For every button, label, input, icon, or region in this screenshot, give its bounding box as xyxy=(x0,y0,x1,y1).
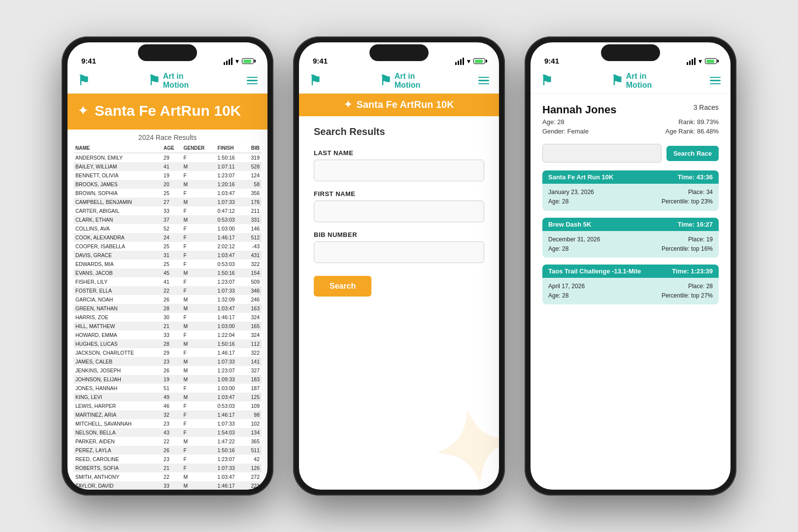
table-cell: F xyxy=(181,384,215,393)
ham-line-3 xyxy=(710,83,721,85)
table-cell: M xyxy=(181,162,215,171)
table-cell: 41 xyxy=(162,277,181,286)
table-cell: 1:47:22 xyxy=(216,437,245,446)
table-cell: 1:07:11 xyxy=(216,162,245,171)
table-cell: F xyxy=(181,242,215,251)
table-cell: 324 xyxy=(244,313,262,322)
search-race-button[interactable]: Search Race xyxy=(666,146,719,161)
phone-1: 9:41 ▾ ⚑ xyxy=(62,36,273,496)
table-cell: F xyxy=(181,401,215,410)
table-cell: 20 xyxy=(162,180,181,189)
hamburger-menu-2[interactable] xyxy=(478,77,489,85)
table-cell: 102 xyxy=(244,419,262,428)
status-time-2: 9:41 xyxy=(313,57,328,65)
table-cell: SMITH, ANTHONY xyxy=(73,472,162,481)
hamburger-menu-3[interactable] xyxy=(710,77,721,85)
table-cell: 1:03:47 xyxy=(216,304,245,313)
race-age: Age: 28 xyxy=(548,292,568,299)
hamburger-menu-1[interactable] xyxy=(247,77,258,85)
ham-line-2 xyxy=(478,80,489,81)
table-cell: HILL, MATTHEW xyxy=(73,322,162,331)
table-cell: M xyxy=(181,357,215,366)
ham-line-1 xyxy=(710,77,721,78)
phone-2: 9:41 ▾ ⚑ xyxy=(293,36,505,496)
table-cell: 509 xyxy=(244,277,262,286)
table-cell: F xyxy=(181,410,215,419)
table-cell: GREEN, NATHAN xyxy=(73,304,162,313)
col-name: NAME xyxy=(73,143,162,153)
table-cell: 324 xyxy=(244,331,262,339)
last-name-input[interactable] xyxy=(314,160,484,181)
table-cell: 24 xyxy=(162,233,181,242)
table-cell: 1:03:00 xyxy=(216,322,245,331)
logo-symbol-center-1: ⚑ xyxy=(148,74,160,88)
search-form-area: ✦ Search Results LAST NAME FIRST NAME BI… xyxy=(299,116,499,490)
table-cell: 1:03:00 xyxy=(216,384,245,393)
table-cell: F xyxy=(181,277,215,286)
table-cell: 163 xyxy=(244,304,262,313)
table-cell: JACKSON, CHARLOTTE xyxy=(73,348,162,357)
table-row: JAMES, CALEB23M1:07:33141 xyxy=(73,357,262,366)
table-cell: 356 xyxy=(244,189,262,198)
table-cell: M xyxy=(181,393,215,401)
banner-icon-1: ✦ xyxy=(77,102,89,119)
table-cell: 98 xyxy=(244,410,262,419)
col-bib: BIB xyxy=(244,143,262,153)
table-cell: F xyxy=(181,171,215,180)
table-cell: 154 xyxy=(244,268,262,277)
search-banner-icon: ✦ xyxy=(344,99,352,110)
table-row: BROWN, SOPHIA25F1:03:47356 xyxy=(73,189,262,198)
profile-details-row1: Age: 28 Rank: 89.73% xyxy=(542,118,719,126)
table-container-1[interactable]: NAME AGE GENDER FINISH BIB ANDERSON, EMI… xyxy=(67,143,267,490)
bar3 xyxy=(460,59,462,65)
table-row: PEREZ, LAYLA26F1:50:16511 xyxy=(73,446,262,455)
table-cell: M xyxy=(181,215,215,224)
table-cell: MITCHELL, SAVANNAH xyxy=(73,419,162,428)
table-cell: 1:23:07 xyxy=(216,277,245,286)
table-cell: HUGHES, LUCAS xyxy=(73,339,162,348)
logo-text-2: Art in Motion xyxy=(395,72,420,89)
table-row: JENKINS, JOSEPH26M1:23:07327 xyxy=(73,366,262,375)
bar2 xyxy=(458,61,459,65)
logo-symbol-left-2: ⚑ xyxy=(309,74,321,88)
race-age: Age: 28 xyxy=(548,245,568,252)
table-cell: 19 xyxy=(162,171,181,180)
first-name-input[interactable] xyxy=(314,200,484,222)
table-cell: 512 xyxy=(244,233,262,242)
table-cell: 25 xyxy=(162,189,181,198)
race-place: Place: 34 xyxy=(688,189,713,196)
race-card-right: Place: 34Percentile: top 23% xyxy=(662,188,713,206)
table-row: BROOKS, JAMES20M1:20:1658 xyxy=(73,180,262,189)
signal-bars-1 xyxy=(224,58,233,65)
table-cell: 1:50:16 xyxy=(216,339,245,348)
status-icons-3: ▾ xyxy=(687,57,717,65)
ham-line-3 xyxy=(247,83,258,85)
bar4 xyxy=(231,58,233,65)
dynamic-island-3 xyxy=(601,44,660,61)
table-cell: M xyxy=(181,180,215,189)
table-cell: ANDERSON, EMILY xyxy=(73,153,162,163)
table-cell: 134 xyxy=(244,428,262,437)
wifi-icon-3: ▾ xyxy=(698,57,702,65)
table-cell: 30 xyxy=(162,313,181,322)
table-cell: 21 xyxy=(162,464,181,472)
profile-search-row: Search Race xyxy=(542,144,719,163)
logo-center-2: ⚑ Art in Motion xyxy=(379,72,420,89)
table-cell: FOSTER, ELLA xyxy=(73,286,162,295)
table-cell: CLARK, ETHAN xyxy=(73,215,162,224)
race-card-right: Place: 28Percentile: top 27% xyxy=(662,282,713,300)
race-card-left: April 17, 2026Age: 28 xyxy=(548,282,585,300)
table-cell: 528 xyxy=(244,162,262,171)
table-cell: 2:02:12 xyxy=(216,242,245,251)
profile-search-input[interactable] xyxy=(542,144,662,163)
table-cell: F xyxy=(181,464,215,472)
table-cell: 1:20:16 xyxy=(216,180,245,189)
table-row: TAYLOR, DAVID33M1:46:17221 xyxy=(73,481,262,490)
ham-line-1 xyxy=(478,77,489,78)
table-cell: JAMES, CALEB xyxy=(73,357,162,366)
table-cell: 26 xyxy=(162,295,181,304)
search-button[interactable]: Search xyxy=(314,276,371,297)
bib-input[interactable] xyxy=(314,241,484,263)
race-banner-1: ✦ Santa Fe ArtRun 10K xyxy=(67,94,267,130)
bar1 xyxy=(455,62,457,65)
